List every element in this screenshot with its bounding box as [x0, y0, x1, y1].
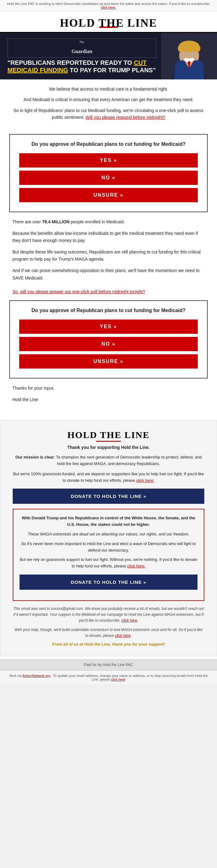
- red-box-p1-text: With Donald Trump and his Republicans in…: [22, 516, 195, 527]
- poll-box-1: Do you approve of Republican plans to cu…: [9, 134, 208, 212]
- hero-photo: [161, 33, 217, 80]
- hero-text-block: The Guardian "REPUBLICANS REPORTEDLY REA…: [0, 33, 161, 80]
- red-box-p1: With Donald Trump and his Republicans in…: [20, 515, 197, 528]
- poll-2-question: Do you approve of Republican plans to cu…: [19, 307, 198, 314]
- red-box-p4-text: But we rely on grassroots support to fue…: [20, 557, 197, 568]
- bottom-bar-text1: Sent via: [9, 674, 22, 678]
- footer-legal-1-text: This email was sent to xxxxxx@gmail.com.…: [13, 607, 204, 623]
- paid-by-text: Paid for by Hold the Line PAC: [84, 663, 133, 667]
- footer-mission: Our mission is clear: To champion the ne…: [13, 454, 204, 467]
- red-border-box: With Donald Trump and his Republicans in…: [13, 509, 204, 601]
- footer-grassroots: But we're 100% grassroots-funded, and we…: [13, 471, 204, 484]
- poll-1-no-button[interactable]: NO »: [19, 170, 198, 185]
- hero-headline-part1: "REPUBLICANS REPORTEDLY READY TO: [7, 59, 134, 66]
- donate-button-1[interactable]: DONATE TO HOLD THE LINE »: [13, 489, 204, 504]
- poll-2-no-button[interactable]: NO »: [19, 337, 198, 351]
- trump-silhouette-svg: [161, 34, 217, 80]
- bottom-bar-click-here[interactable]: click here: [111, 678, 125, 681]
- intro-p1: We believe that access to medical care i…: [12, 86, 205, 92]
- footer-legal-link-1[interactable]: click here: [122, 618, 137, 623]
- footer-mission-text: : To champion the next generation of Dem…: [54, 455, 202, 466]
- action-network-link[interactable]: ActionNetwork.org: [22, 674, 50, 678]
- intro-p3: So in light of Republicans' plans to cut…: [12, 107, 205, 121]
- body-p1-text2: people enrolled in Medicaid.: [69, 219, 125, 224]
- intro-section: We believe that access to medical care i…: [0, 80, 217, 131]
- top-bar-text: Hold the Line PAC is working to elect De…: [7, 2, 210, 6]
- poll-1-yes-button[interactable]: YES »: [19, 153, 198, 167]
- top-bar-unsubscribe-link[interactable]: click here.: [101, 6, 116, 9]
- footer-legal-link-2[interactable]: click here: [115, 633, 131, 638]
- footer-click-here-2[interactable]: click here:: [127, 564, 145, 568]
- site-title: HOLD THE LINE: [60, 17, 157, 29]
- bottom-bar: Sent via ActionNetwork.org . To update y…: [0, 671, 217, 684]
- poll-2-unsure-button[interactable]: UNSURE »: [19, 354, 198, 369]
- email-wrapper: Hold the Line PAC is working to elect De…: [0, 0, 217, 684]
- intro-p2: And Medicaid is critical in ensuring tha…: [12, 96, 205, 103]
- poll-2-yes-button[interactable]: YES »: [19, 319, 198, 334]
- footer-legal-2: With your help, though, we'll build unde…: [13, 627, 204, 639]
- closing-p1: Thanks for your input,: [12, 385, 205, 392]
- footer-gold-text: From all of us at Hold the Line, thank y…: [13, 642, 204, 647]
- closing-p2: Hold the Line: [12, 396, 205, 403]
- footer-donation-block: HOLD THE LINE Thank you for supporting H…: [0, 420, 217, 656]
- bottom-bar-text2: . To update your email address, change y…: [51, 674, 208, 681]
- closing-section: Thanks for your input, Hold the Line: [0, 385, 217, 414]
- footer-tagline: Thank you for supporting Hold the Line.: [13, 445, 204, 450]
- footer-logo: HOLD THE LINE: [13, 430, 204, 442]
- footer-click-here-1[interactable]: click here:: [136, 478, 154, 483]
- body-p1: There are over 79.4 MILLION people enrol…: [12, 218, 205, 225]
- intro-midnight-link[interactable]: Will you please respond before midnight?: [86, 115, 165, 120]
- poll-1-unsure-button[interactable]: UNSURE »: [19, 188, 198, 202]
- footer-logo-underline: [96, 441, 121, 442]
- guardian-logo-box: The Guardian: [7, 38, 156, 58]
- red-box-p3: So it's never been more important to Hol…: [20, 541, 197, 554]
- hero-headline: "REPUBLICANS REPORTEDLY READY TO CUT MED…: [7, 59, 156, 74]
- red-box-p2-text: These MAGA extremists are dead set on at…: [28, 532, 189, 536]
- red-box-p2: These MAGA extremists are dead set on at…: [20, 531, 197, 537]
- footer-legal-2-text: With your help, though, we'll build unde…: [14, 627, 203, 638]
- footer-legal-1: This email was sent to xxxxxx@gmail.com.…: [13, 606, 204, 624]
- footer-mission-intro: Our mission is clear: [15, 455, 54, 459]
- footer-logo-text: HOLD THE LINE: [67, 430, 150, 440]
- body-text-section: There are over 79.4 MILLION people enrol…: [0, 218, 217, 289]
- second-midnight-link[interactable]: So, will you please answer our one-click…: [12, 289, 145, 294]
- body-p3: But despite these life-saving outcomes, …: [12, 248, 205, 263]
- top-bar: Hold the Line PAC is working to elect De…: [0, 0, 217, 11]
- footer-grassroots-text: But we're 100% grassroots-funded, and we…: [13, 471, 204, 483]
- site-header: HOLD THE LINE: [0, 11, 217, 33]
- donate-button-2[interactable]: DONATE TO HOLD THE LINE »: [20, 575, 197, 590]
- paid-by-bar: Paid for by Hold the Line PAC: [0, 659, 217, 671]
- body-p4: And if we can prove overwhelming opposit…: [12, 267, 205, 281]
- body-p1-highlight: 79.4 MILLION: [42, 219, 70, 224]
- poll-1-question: Do you approve of Republican plans to cu…: [19, 141, 198, 148]
- guardian-logo: The Guardian: [10, 40, 153, 54]
- hero-image: The Guardian "REPUBLICANS REPORTEDLY REA…: [0, 33, 217, 80]
- red-box-p4: But we rely on grassroots support to fue…: [20, 557, 197, 569]
- second-poll-link-area: So, will you please answer our one-click…: [0, 289, 217, 297]
- poll-box-2: Do you approve of Republican plans to cu…: [9, 300, 208, 378]
- hero-headline-part2: TO PAY FOR TRUMP PLANS": [68, 67, 156, 73]
- title-accent-line: [99, 27, 118, 28]
- body-p1-text1: There are over: [12, 219, 42, 224]
- body-p2: Because the benefits allow low-income in…: [12, 230, 205, 244]
